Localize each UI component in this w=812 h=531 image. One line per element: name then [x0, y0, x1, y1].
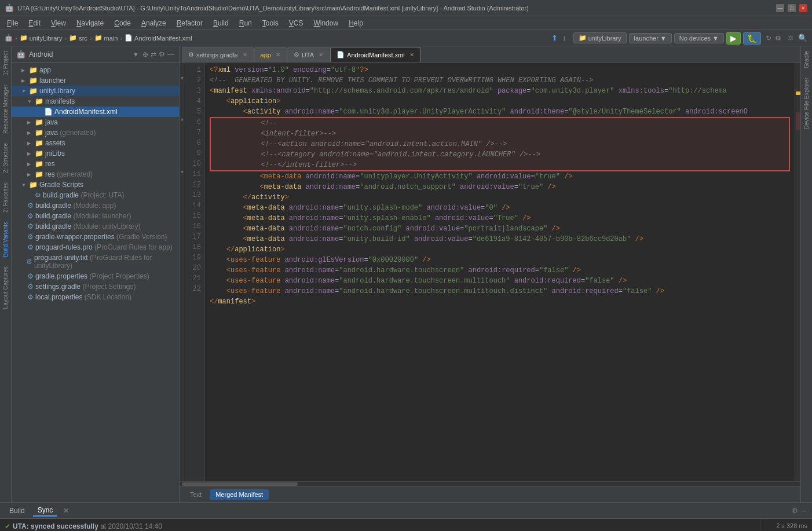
close-app-tab[interactable]: ✕: [276, 52, 280, 58]
close-uta-tab[interactable]: ✕: [319, 52, 323, 58]
menu-navigate[interactable]: Navigate: [72, 18, 108, 28]
sidebar-project[interactable]: 1: Project: [1, 46, 10, 80]
gradle-app-icon: ⚙: [27, 202, 34, 210]
close-manifest-tab[interactable]: ✕: [409, 52, 414, 58]
tree-item-build-gradle-project[interactable]: ⚙ build.gradle (Project: UTA): [12, 190, 179, 200]
gradle-unity-icon: ⚙: [27, 222, 34, 230]
panel-settings-icon[interactable]: ⚙: [159, 50, 165, 58]
menu-code[interactable]: Code: [109, 18, 136, 28]
editor-tab-merged-manifest[interactable]: Merged Manifest: [210, 489, 269, 500]
build-variant-dropdown[interactable]: launcher ▼: [629, 33, 672, 43]
horizontal-scrollbar[interactable]: [180, 481, 800, 486]
build-tab-build[interactable]: Build: [5, 506, 30, 516]
breadcrumb-src[interactable]: 📁 src: [69, 34, 87, 42]
code-line-20: <uses-feature android:name="android.hard…: [210, 265, 790, 276]
tree-item-build-gradle-launcher[interactable]: ⚙ build.gradle (Module: launcher): [12, 211, 179, 221]
device-dropdown[interactable]: No devices ▼: [674, 33, 724, 43]
toolbar-settings[interactable]: ⛭: [787, 34, 795, 42]
android-dropdown[interactable]: ▼: [133, 51, 139, 58]
tree-item-gradle-scripts[interactable]: ▼ 📁 Gradle Scripts: [12, 180, 179, 190]
fold-indicator-3[interactable]: ▼: [180, 75, 184, 86]
menu-vcs[interactable]: VCS: [284, 18, 308, 28]
code-line-4: <application>: [210, 96, 790, 107]
fold-indicator-5[interactable]: ▼: [180, 169, 184, 180]
build-item-uta-synced[interactable]: ✔ UTA: synced successfully at 2020/10/31…: [5, 521, 755, 531]
build-settings-icon[interactable]: ⚙: [792, 507, 798, 515]
code-editor[interactable]: <?xml version="1.0" encoding="utf-8"?> <…: [205, 63, 795, 481]
menu-help[interactable]: Help: [344, 18, 368, 28]
sidebar-device-file-explorer[interactable]: Device File Explorer: [802, 73, 811, 134]
build-minimize-icon[interactable]: —: [800, 507, 807, 515]
sync-button[interactable]: ↻: [766, 34, 771, 42]
panel-sync-icon[interactable]: ⇄: [151, 50, 156, 58]
manifest-file-icon: 📄: [44, 108, 53, 116]
tree-item-manifests[interactable]: ▼ 📁 manifests: [12, 96, 179, 107]
menu-window[interactable]: Window: [309, 18, 343, 28]
close-settings-gradle-tab[interactable]: ✕: [243, 52, 247, 58]
menu-edit[interactable]: Edit: [24, 18, 45, 28]
sidebar-resource-manager[interactable]: Resource Manager: [1, 80, 10, 138]
close-button[interactable]: ✕: [799, 4, 807, 12]
breadcrumb-main[interactable]: 📁 main: [94, 34, 118, 42]
tree-item-gradle-properties[interactable]: ⚙ gradle.properties (Project Properties): [12, 271, 179, 281]
breadcrumb-manifest[interactable]: 📄 AndroidManifest.xml: [125, 34, 192, 42]
tab-app[interactable]: app ✕: [254, 47, 287, 62]
menu-build[interactable]: Build: [209, 18, 233, 28]
breadcrumb-unity-library[interactable]: 📁 unityLibrary: [20, 34, 63, 42]
tree-item-proguard-rules[interactable]: ⚙ proguard-rules.pro (ProGuard Rules for…: [12, 242, 179, 252]
code-line-17: <meta-data android:name="unity.build-id"…: [210, 234, 790, 244]
sidebar-build-variants[interactable]: Build Variants: [1, 217, 10, 262]
code-line-10: <!--</intent-filter>-->: [211, 160, 789, 170]
code-line-6: <!--: [211, 118, 789, 129]
fold-indicator-4[interactable]: ▼: [180, 117, 184, 127]
tree-item-java-generated[interactable]: ▶ 📁 java (generated): [12, 127, 179, 138]
menu-file[interactable]: File: [2, 18, 23, 28]
debug-button[interactable]: 🐛: [743, 32, 761, 45]
sidebar-structure[interactable]: 2: Structure: [1, 138, 10, 178]
tree-item-launcher[interactable]: ▶ 📁 launcher: [12, 75, 179, 86]
navigation-arrow-right[interactable]: ↕: [562, 34, 566, 42]
menu-tools[interactable]: Tools: [258, 18, 283, 28]
sidebar-gradle[interactable]: Gradle: [802, 46, 811, 73]
tree-item-unity-library[interactable]: ▼ 📁 unityLibrary: [12, 86, 179, 96]
tab-uta[interactable]: ⚙ UTA ✕: [287, 47, 330, 62]
navigation-arrow-left[interactable]: ⬆: [551, 34, 558, 42]
tree-item-android-manifest[interactable]: 📄 AndroidManifest.xml: [12, 107, 179, 117]
tree-item-assets[interactable]: ▶ 📁 assets: [12, 138, 179, 148]
panel-header: 🤖 Android ▼ ⊕ ⇄ ⚙ —: [12, 46, 179, 63]
tree-item-jni-libs[interactable]: ▶ 📁 jniLibs: [12, 148, 179, 159]
more-actions[interactable]: ⚙: [775, 34, 781, 42]
tree-item-res[interactable]: ▶ 📁 res: [12, 159, 179, 169]
maximize-button[interactable]: □: [788, 4, 796, 12]
minimap-scrollbar[interactable]: [795, 63, 800, 481]
minimize-button[interactable]: —: [776, 4, 784, 12]
tree-item-build-gradle-unity[interactable]: ⚙ build.gradle (Module: unityLibrary): [12, 221, 179, 232]
tree-item-java[interactable]: ▶ 📁 java: [12, 117, 179, 127]
sidebar-layout-captures[interactable]: Layout Captures: [1, 262, 10, 313]
breadcrumb-toolbar: 🤖 › 📁 unityLibrary › 📁 src › 📁 main › 📄 …: [0, 30, 812, 46]
menu-run[interactable]: Run: [235, 18, 257, 28]
sync-close-btn[interactable]: ✕: [63, 507, 69, 515]
tree-item-res-generated[interactable]: ▶ 📁 res (generated): [12, 169, 179, 180]
build-tab-sync[interactable]: Sync: [33, 505, 58, 517]
tab-settings-gradle[interactable]: ⚙ settings.gradle ✕: [182, 47, 254, 62]
menu-view[interactable]: View: [46, 18, 71, 28]
search-everywhere[interactable]: 🔍: [798, 34, 807, 42]
menu-refactor[interactable]: Refactor: [172, 18, 207, 28]
menu-analyze[interactable]: Analyze: [137, 18, 171, 28]
code-line-2: <!-- GENERATED BY UNITY. REMOVE THIS COM…: [210, 75, 790, 86]
tree-item-settings-gradle[interactable]: ⚙ settings.gradle (Project Settings): [12, 281, 179, 292]
run-button[interactable]: ▶: [726, 32, 741, 45]
panel-minimize-icon[interactable]: —: [167, 50, 174, 58]
tree-item-gradle-wrapper[interactable]: ⚙ gradle-wrapper.properties (Gradle Vers…: [12, 232, 179, 242]
editor-tab-text[interactable]: Text: [184, 489, 207, 500]
code-line-13: </activity>: [210, 192, 790, 203]
project-dropdown[interactable]: 📁 unityLibrary: [573, 32, 627, 43]
panel-add-icon[interactable]: ⊕: [142, 50, 148, 58]
tree-item-build-gradle-app[interactable]: ⚙ build.gradle (Module: app): [12, 200, 179, 211]
tree-item-local-properties[interactable]: ⚙ local.properties (SDK Location): [12, 292, 179, 302]
sidebar-favorites[interactable]: 2: Favorites: [1, 178, 10, 217]
tab-android-manifest[interactable]: 📄 AndroidManifest.xml ✕: [330, 47, 420, 62]
tree-item-app[interactable]: ▶ 📁 app: [12, 65, 179, 75]
tree-item-proguard-unity[interactable]: ⚙ proguard-unity.txt (ProGuard Rules for…: [12, 252, 179, 271]
